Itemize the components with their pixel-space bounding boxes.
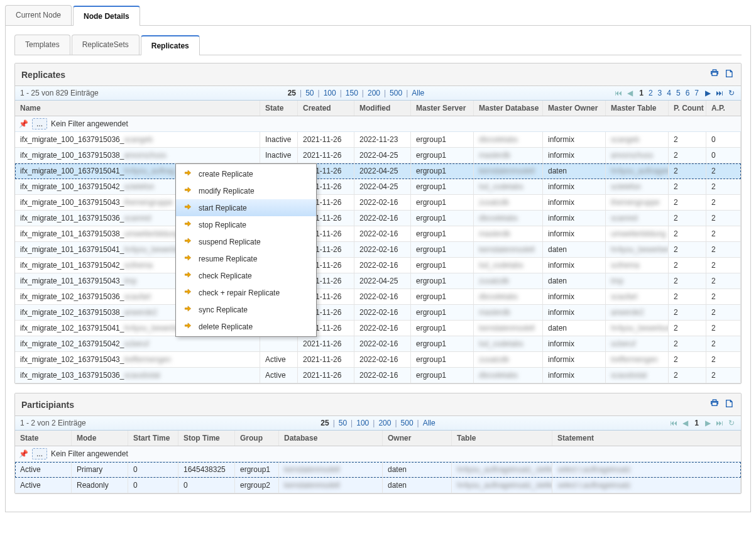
table-row[interactable]: ifx_migrate_102_1637915038_anwerde22021-… xyxy=(15,305,741,321)
page-number[interactable]: 1 xyxy=(637,89,646,97)
col-master-database[interactable]: Master Database xyxy=(474,101,543,116)
col-stop-time[interactable]: Stop Time xyxy=(178,431,235,446)
cell-master-database: zusatzdb xyxy=(474,352,543,367)
context-menu-item[interactable]: sync Replicate xyxy=(176,301,316,318)
table-row[interactable]: ifx_migrate_101_1637915043_tmp2021-11-26… xyxy=(15,273,741,289)
table-row[interactable]: ifx_migrate_102_1637915043_treffermengen… xyxy=(15,352,741,368)
page-size-option[interactable]: 25 xyxy=(320,419,329,427)
context-menu-item[interactable]: suspend Replicate xyxy=(176,233,316,250)
table-row[interactable]: ifx_migrate_100_1637915038_anvorschussIn… xyxy=(15,148,741,163)
page-number[interactable]: 6 xyxy=(683,89,693,97)
cell-master-owner: informix xyxy=(543,195,606,210)
export-csv-icon[interactable] xyxy=(725,69,735,80)
first-page-icon[interactable]: ⏮ xyxy=(669,419,679,427)
col-group[interactable]: Group xyxy=(235,431,279,446)
page-number[interactable]: 3 xyxy=(655,89,665,97)
tab-replicatesets[interactable]: ReplicateSets xyxy=(72,35,140,55)
refresh-icon[interactable]: ↻ xyxy=(727,419,736,427)
cell-p-count: 2 xyxy=(669,195,706,210)
context-menu-item[interactable]: stop Replicate xyxy=(176,216,316,233)
col-statement[interactable]: Statement xyxy=(552,431,741,446)
table-row[interactable]: ifx_migrate_100_1637915036_scangebInacti… xyxy=(15,132,741,148)
page-size-option[interactable]: 200 xyxy=(378,419,391,427)
export-csv-icon[interactable] xyxy=(725,398,735,410)
context-menu-item[interactable]: check + repair Replicate xyxy=(176,284,316,301)
col-p-count[interactable]: P. Count xyxy=(669,101,706,116)
print-icon[interactable] xyxy=(709,69,720,80)
context-menu-item[interactable]: resume Replicate xyxy=(176,250,316,267)
page-size-option[interactable]: 50 xyxy=(305,89,314,97)
first-page-icon[interactable]: ⏮ xyxy=(613,89,623,97)
context-menu-item[interactable]: create Replicate xyxy=(176,165,316,182)
print-icon[interactable] xyxy=(709,398,720,410)
table-row[interactable]: ifx_migrate_103_1637915036_scausbstatAct… xyxy=(15,368,741,383)
col-state[interactable]: State xyxy=(260,101,298,116)
page-size-option[interactable]: 50 xyxy=(339,419,347,427)
col-start-time[interactable]: Start Time xyxy=(128,431,178,446)
page-size-option[interactable]: Alle xyxy=(423,419,436,427)
page-size-option[interactable]: Alle xyxy=(412,89,424,97)
cell-database: kerndatenmodell xyxy=(279,462,383,477)
tab-templates[interactable]: Templates xyxy=(14,35,70,55)
col-mode[interactable]: Mode xyxy=(72,431,128,446)
page-size-option[interactable]: 100 xyxy=(324,89,336,97)
tab-current-node[interactable]: Current Node xyxy=(5,5,72,25)
context-menu-item[interactable]: start Replicate xyxy=(176,199,316,216)
page-number[interactable]: 5 xyxy=(674,89,683,97)
next-page-icon[interactable]: ▶ xyxy=(704,419,712,427)
page-size-option[interactable]: 100 xyxy=(356,419,369,427)
tab-node-details[interactable]: Node Details xyxy=(73,6,140,26)
table-row[interactable]: ifx_migrate_101_1637915041_hr4you_bewerb… xyxy=(15,242,741,258)
last-page-icon[interactable]: ⏭ xyxy=(715,419,725,427)
page-size-option[interactable]: 200 xyxy=(368,89,380,97)
col-state[interactable]: State xyxy=(15,431,72,446)
col-a-p[interactable]: A.P. xyxy=(706,101,741,116)
page-number[interactable]: 1 xyxy=(692,419,701,427)
col-owner[interactable]: Owner xyxy=(383,431,452,446)
col-master-server[interactable]: Master Server xyxy=(411,101,474,116)
next-page-icon[interactable]: ▶ xyxy=(704,89,712,97)
table-row[interactable]: ifx_migrate_100_1637915042_sctelefon2021… xyxy=(15,179,741,195)
table-row[interactable]: ifx_migrate_101_1637915036_scanred2021-1… xyxy=(15,211,741,226)
cell-master-server: ergroup1 xyxy=(411,179,474,194)
col-name[interactable]: Name xyxy=(15,101,260,116)
table-row[interactable]: ifx_migrate_101_1637915042_scthema2021-1… xyxy=(15,258,741,273)
col-modified[interactable]: Modified xyxy=(354,101,411,116)
filter-open-button[interactable]: ... xyxy=(32,118,47,129)
cell-statement: select t.auftrageinsatz xyxy=(552,478,741,493)
col-table[interactable]: Table xyxy=(452,431,552,446)
table-row[interactable]: ifx_migrate_102_1637915041_hr4you_bewerb… xyxy=(15,321,741,336)
filter-pin-icon[interactable]: 📌 xyxy=(19,119,28,128)
page-size-option[interactable]: 500 xyxy=(390,89,402,97)
table-row[interactable]: ifx_migrate_100_1637915041_hr4you_auftra… xyxy=(15,163,741,179)
page-number[interactable]: 2 xyxy=(646,89,655,97)
table-row[interactable]: ifx_migrate_102_1637915042_scberuf2021-1… xyxy=(15,336,741,352)
prev-page-icon[interactable]: ◀ xyxy=(626,89,634,97)
page-size-option[interactable]: 500 xyxy=(401,419,414,427)
context-menu-item[interactable]: modify Replicate xyxy=(176,182,316,199)
arrow-right-icon xyxy=(184,168,192,179)
context-menu-item[interactable]: check Replicate xyxy=(176,267,316,284)
table-row[interactable]: ifx_migrate_100_1637915043_themengruppe2… xyxy=(15,195,741,211)
filter-open-button[interactable]: ... xyxy=(32,448,47,459)
prev-page-icon[interactable]: ◀ xyxy=(681,419,689,427)
page-number[interactable]: 4 xyxy=(664,89,674,97)
table-row[interactable]: ifx_migrate_102_1637915036_scaufart2021-… xyxy=(15,289,741,305)
context-menu-item[interactable]: delete Replicate xyxy=(176,318,316,335)
tab-replicates[interactable]: Replicates xyxy=(141,35,200,55)
col-created[interactable]: Created xyxy=(298,101,354,116)
refresh-icon[interactable]: ↻ xyxy=(727,89,736,97)
page-size-option[interactable]: 150 xyxy=(346,89,358,97)
last-page-icon[interactable]: ⏭ xyxy=(715,89,725,97)
cell-master-table: treffermengen xyxy=(606,352,669,367)
col-database[interactable]: Database xyxy=(279,431,383,446)
table-row[interactable]: ActiveReadonly00ergroup2kerndatenmodelld… xyxy=(15,478,741,493)
table-row[interactable]: ifx_migrate_101_1637915038_umwelterbildu… xyxy=(15,226,741,242)
page-number[interactable]: 7 xyxy=(692,89,701,97)
col-master-owner[interactable]: Master Owner xyxy=(543,101,606,116)
col-master-table[interactable]: Master Table xyxy=(606,101,669,116)
filter-pin-icon[interactable]: 📌 xyxy=(19,449,28,458)
page-size-option[interactable]: 25 xyxy=(288,89,296,97)
table-row[interactable]: ActivePrimary01645438325ergroup1kerndate… xyxy=(15,462,741,478)
cell-master-database: lsd_codetabs xyxy=(474,179,543,194)
